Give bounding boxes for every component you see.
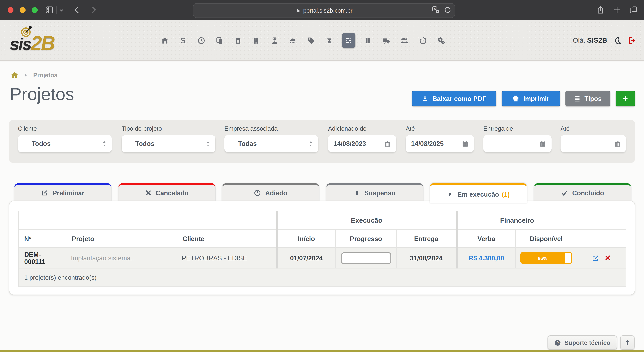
cell-entrega: 31/08/2024 xyxy=(396,248,457,268)
calendar-icon[interactable] xyxy=(614,140,621,147)
filter-tipo-projeto: Tipo de projeto — Todos xyxy=(122,125,216,152)
projects-panel: Execução Financeiro Nº Projeto Cliente I… xyxy=(9,201,635,295)
cell-progresso xyxy=(336,248,396,268)
back-button[interactable] xyxy=(73,6,81,14)
types-button[interactable]: Tipos xyxy=(566,91,610,106)
col-entrega: Entrega xyxy=(396,230,457,248)
tab-suspenso[interactable]: Suspenso xyxy=(326,183,423,201)
download-icon xyxy=(422,95,428,102)
invoice-file-icon[interactable] xyxy=(232,33,244,48)
filter-label: Empresa associada xyxy=(224,125,318,132)
download-pdf-button[interactable]: Baixar como PDF xyxy=(412,91,496,106)
question-circle-icon: ? xyxy=(554,339,561,346)
browser-chrome: portal.sis2b.com.br Ax xyxy=(0,0,644,20)
tab-concluido[interactable]: Concluído xyxy=(534,183,631,201)
chevron-down-icon[interactable] xyxy=(59,8,64,13)
projects-icon[interactable] xyxy=(342,33,356,48)
calendar-icon[interactable] xyxy=(462,140,468,147)
col-inicio: Início xyxy=(277,230,336,248)
zoom-window-button[interactable] xyxy=(32,7,38,13)
translate-icon[interactable]: Ax xyxy=(432,6,440,14)
entrega-de-input[interactable] xyxy=(483,135,552,152)
filter-entrega-ate: Até xyxy=(560,125,626,152)
calendar-icon[interactable] xyxy=(384,140,391,147)
reload-icon[interactable] xyxy=(444,6,451,14)
filter-label: Até xyxy=(560,125,626,132)
company-building-icon[interactable] xyxy=(250,33,262,48)
download-pdf-label: Baixar como PDF xyxy=(432,95,486,102)
tipo-projeto-select[interactable]: — Todos xyxy=(122,135,216,152)
support-button[interactable]: ? Suporte técnico xyxy=(548,335,617,350)
header-row: Nº Projeto Cliente Início Progresso Entr… xyxy=(19,230,626,248)
tags-icon[interactable] xyxy=(305,33,317,48)
scroll-to-top-button[interactable] xyxy=(620,335,634,350)
sis2b-logo[interactable]: sis2B xyxy=(9,24,63,56)
documents-copy-icon[interactable] xyxy=(214,33,226,48)
history-icon[interactable] xyxy=(417,33,428,48)
settings-gears-icon[interactable] xyxy=(435,33,447,48)
financial-icon[interactable]: $ xyxy=(177,33,189,48)
tab-overview-icon[interactable] xyxy=(629,6,638,14)
col-verba: Verba xyxy=(457,230,516,248)
team-users-icon[interactable] xyxy=(399,33,410,48)
progress-bar-empty[interactable] xyxy=(341,252,391,264)
delete-row-icon[interactable] xyxy=(605,255,611,261)
print-button[interactable]: Imprimir xyxy=(502,91,560,106)
pending-hourglass-icon[interactable] xyxy=(324,33,336,48)
catalog-book-icon[interactable] xyxy=(362,33,374,48)
tab-cancelado[interactable]: Cancelado xyxy=(118,183,216,201)
cliente-select[interactable]: — Todos xyxy=(18,135,112,152)
minimize-window-button[interactable] xyxy=(20,7,26,13)
filter-cliente: Cliente — Todos xyxy=(18,125,112,152)
dark-mode-icon[interactable] xyxy=(614,37,622,44)
filter-label: Entrega de xyxy=(483,125,552,132)
logout-icon[interactable] xyxy=(628,37,636,44)
forward-button[interactable] xyxy=(89,6,98,14)
home-icon[interactable] xyxy=(159,33,170,48)
cell-actions xyxy=(577,248,626,268)
sidebar-toggle-icon[interactable] xyxy=(45,6,54,14)
divider xyxy=(56,6,56,14)
tab-label: Concluído xyxy=(572,189,604,196)
breadcrumb-current[interactable]: Projetos xyxy=(33,72,58,78)
select-arrows-icon xyxy=(309,141,313,147)
logistics-truck-icon[interactable] xyxy=(380,33,392,48)
user-greeting: Olá, SIS2B xyxy=(573,36,636,45)
edit-row-icon[interactable] xyxy=(592,254,599,262)
client-person-icon[interactable] xyxy=(269,33,280,48)
svg-text:?: ? xyxy=(556,340,559,345)
group-empty xyxy=(577,211,626,230)
filter-card: Cliente — Todos Tipo de projeto — Todos … xyxy=(9,120,635,163)
empresa-select[interactable]: — Todas xyxy=(224,135,318,152)
cell-verba[interactable]: R$ 4.300,00 xyxy=(457,248,516,268)
adicionado-de-input[interactable]: 14/08/2023 xyxy=(328,135,396,152)
stop-icon xyxy=(354,189,360,196)
cell-projeto[interactable]: Implantação sistema… xyxy=(66,248,177,268)
table-row: DEM-000111 Implantação sistema… PETROBRA… xyxy=(19,248,626,268)
adicionado-ate-input[interactable]: 14/08/2025 xyxy=(406,135,474,152)
print-label: Imprimir xyxy=(523,95,549,102)
breadcrumb-home-icon[interactable] xyxy=(11,71,18,79)
tab-label: Preliminar xyxy=(52,189,84,196)
date-value: 14/08/2023 xyxy=(334,140,366,147)
select-arrows-icon xyxy=(206,141,210,147)
address-bar[interactable]: portal.sis2b.com.br Ax xyxy=(193,3,455,18)
breadcrumb-chevron-icon xyxy=(23,72,28,78)
calendar-icon[interactable] xyxy=(540,140,546,147)
filter-entrega-de: Entrega de xyxy=(483,125,552,152)
check-icon xyxy=(561,190,568,196)
close-window-button[interactable] xyxy=(8,7,14,13)
entrega-ate-input[interactable] xyxy=(560,135,626,152)
tab-adiado[interactable]: Adiado xyxy=(222,183,319,201)
tab-em-execucao[interactable]: Em execução (1) xyxy=(430,183,527,203)
add-project-button[interactable]: + xyxy=(616,91,635,106)
url-text: portal.sis2b.com.br xyxy=(303,7,352,14)
group-execucao: Execução xyxy=(277,211,457,230)
breadcrumb: Projetos xyxy=(11,71,58,79)
share-icon[interactable] xyxy=(596,6,604,14)
clock-icon[interactable] xyxy=(196,33,207,48)
page-title: Projetos xyxy=(10,84,74,104)
new-tab-icon[interactable] xyxy=(614,6,621,14)
services-icon[interactable] xyxy=(287,33,299,48)
tab-preliminar[interactable]: Preliminar xyxy=(14,183,111,201)
